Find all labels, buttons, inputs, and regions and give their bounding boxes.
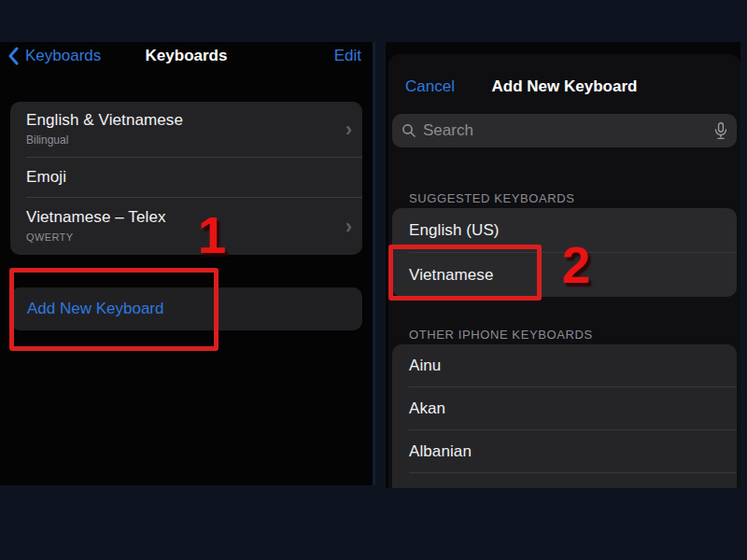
search-input[interactable] xyxy=(423,121,708,140)
list-item-label: Akan xyxy=(409,399,445,418)
list-item-label: Vietnamese – Telex xyxy=(26,208,362,227)
list-item-emoji[interactable]: Emoji xyxy=(10,158,362,197)
list-item-english-us[interactable]: English (US) xyxy=(392,208,737,252)
list-item-albanian[interactable]: Albanian xyxy=(392,430,737,472)
sheet-title: Add New Keyboard xyxy=(388,75,740,99)
chevron-right-icon: › xyxy=(345,119,352,140)
list-item-partial xyxy=(392,473,737,488)
list-item-ainu[interactable]: Ainu xyxy=(392,344,737,386)
chevron-right-icon: › xyxy=(345,217,352,237)
edit-button[interactable]: Edit xyxy=(334,42,361,70)
list-item-label: English (US) xyxy=(409,221,500,240)
list-item-vietnamese[interactable]: Vietnamese xyxy=(392,253,737,297)
add-new-keyboard-sheet: Cancel Add New Keyboard SUGGESTED KEYBOA… xyxy=(388,54,740,488)
panel-divider xyxy=(373,42,375,485)
list-item-label: Albanian xyxy=(409,442,472,461)
keyboards-settings-panel: Keyboards Keyboards Edit English & Vietn… xyxy=(0,42,373,485)
list-item-akan[interactable]: Akan xyxy=(392,387,737,429)
section-header-other: OTHER IPHONE KEYBOARDS xyxy=(409,328,593,342)
search-icon xyxy=(402,123,416,138)
microphone-icon[interactable] xyxy=(714,122,727,140)
list-item-english-vietnamese[interactable]: English & Vietnamese Bilingual › xyxy=(10,102,362,157)
section-header-suggested: SUGGESTED KEYBOARDS xyxy=(409,191,575,205)
left-nav-bar: Keyboards Keyboards Edit xyxy=(0,42,373,70)
add-new-keyboard-button[interactable]: Add New Keyboard xyxy=(10,287,362,330)
page-title: Keyboards xyxy=(0,42,373,70)
list-item-vietnamese-telex[interactable]: Vietnamese – Telex QWERTY › xyxy=(10,198,362,255)
suggested-keyboards-card: English (US) Vietnamese xyxy=(392,208,737,297)
search-bar[interactable] xyxy=(392,114,737,147)
list-item-label: Ainu xyxy=(409,357,441,375)
list-item-label: Emoji xyxy=(26,168,66,187)
list-item-sublabel: QWERTY xyxy=(26,231,362,243)
keyboards-list-card: English & Vietnamese Bilingual › Emoji V… xyxy=(10,102,362,255)
list-item-label: English & Vietnamese xyxy=(26,111,362,130)
list-item-sublabel: Bilingual xyxy=(26,133,362,147)
screenshot-root: { "annotations": { "step1": "1", "step2"… xyxy=(0,0,747,560)
add-new-keyboard-label: Add New Keyboard xyxy=(27,300,163,318)
other-keyboards-card: Ainu Akan Albanian xyxy=(392,344,737,488)
sheet-nav-bar: Cancel Add New Keyboard xyxy=(388,75,740,99)
list-item-label: Vietnamese xyxy=(409,266,493,285)
